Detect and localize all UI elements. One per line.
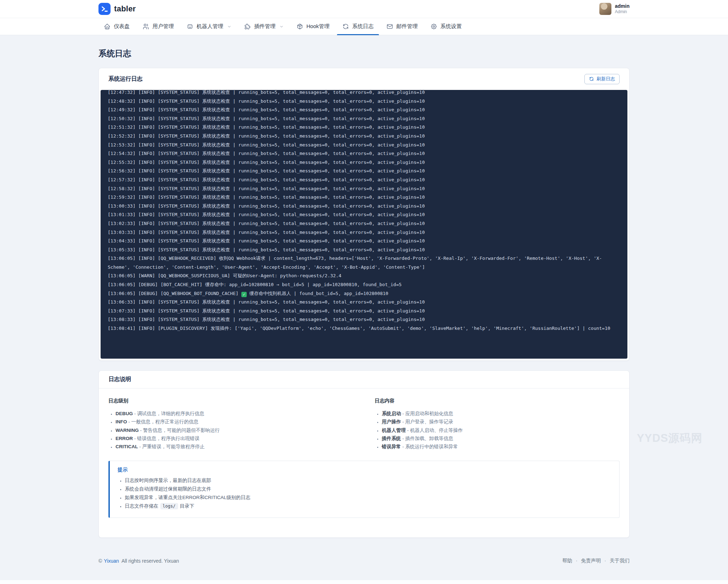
log-line: [12:54:32] [INFO] [SYSTEM_STATUS] 系统状态检查…: [108, 149, 620, 158]
nav-item-home[interactable]: 仪表盘: [98, 18, 135, 35]
watermark: YYDS源码网: [637, 431, 702, 446]
footer-links: 帮助·免责声明·关于我们: [562, 558, 630, 564]
mail-icon: [386, 23, 393, 30]
nav-item-users[interactable]: 用户管理: [137, 18, 179, 35]
users-icon: [143, 23, 149, 30]
log-line: [13:01:33] [INFO] [SYSTEM_STATUS] 系统状态检查…: [108, 210, 620, 219]
nav-item-refresh[interactable]: 系统日志: [337, 18, 379, 35]
copyright: ©Yixuan All rights reserved. Yixuan: [98, 558, 179, 564]
list-item: DEBUG - 调试信息，详细的程序执行信息: [116, 409, 353, 418]
list-item: 系统启动 - 应用启动和初始化信息: [382, 409, 620, 418]
page-title: 系统日志: [98, 48, 630, 59]
log-line: [13:02:33] [INFO] [SYSTEM_STATUS] 系统状态检查…: [108, 219, 620, 228]
nav-item-gear[interactable]: 系统设置: [425, 18, 467, 35]
log-line: [13:05:33] [INFO] [SYSTEM_STATUS] 系统状态检查…: [108, 246, 620, 255]
package-icon: [296, 23, 303, 30]
nav-item-label: 邮件管理: [396, 23, 418, 30]
list-item: ERROR - 错误信息，程序执行出现错误: [116, 434, 353, 443]
log-line: [13:00:33] [INFO] [SYSTEM_STATUS] 系统状态检查…: [108, 202, 620, 211]
log-output[interactable]: [12:47:32] [INFO] [SYSTEM_STATUS] 系统状态检查…: [101, 90, 627, 359]
log-line: [13:06:05] [DEBUG] [QQ_WEBHOOK_BOT_FOUND…: [108, 289, 620, 298]
footer-link-separator: ·: [604, 558, 606, 563]
tip-item: 日志按时间倒序显示，最新的日志在底部: [125, 476, 611, 485]
refresh-logs-button[interactable]: 刷新日志: [584, 74, 620, 84]
log-line: [12:55:32] [INFO] [SYSTEM_STATUS] 系统状态检查…: [108, 158, 620, 167]
refresh-icon: [342, 23, 349, 30]
log-contents-section: 日志内容 系统启动 - 应用启动和初始化信息用户操作 - 用户登录、操作等记录机…: [375, 398, 620, 451]
footer-link[interactable]: 帮助: [562, 558, 572, 563]
log-line: [13:04:33] [INFO] [SYSTEM_STATUS] 系统状态检查…: [108, 237, 620, 246]
bottom-strip: [0, 580, 728, 584]
log-line: [13:06:33] [INFO] [SYSTEM_STATUS] 系统状态检查…: [108, 298, 620, 307]
nav-item-label: 仪表盘: [114, 23, 130, 30]
brand-name: tabler: [114, 4, 136, 14]
log-levels-list: DEBUG - 调试信息，详细的程序执行信息INFO - 一般信息，程序正常运行…: [108, 409, 353, 451]
log-line: [13:07:33] [INFO] [SYSTEM_STATUS] 系统状态检查…: [108, 307, 620, 316]
log-line: [13:06:05] [INFO] [QQ_WEBHOOK_RECEIVED] …: [108, 254, 620, 272]
list-item: 用户操作 - 用户登录、操作等记录: [382, 418, 620, 426]
user-menu[interactable]: admin Admin: [599, 3, 630, 15]
user-role: Admin: [615, 9, 630, 15]
code-chip: logs/: [160, 503, 178, 509]
main-nav: 仪表盘用户管理机器人管理插件管理Hook管理系统日志邮件管理系统设置: [0, 18, 728, 35]
log-line: [13:03:33] [INFO] [SYSTEM_STATUS] 系统状态检查…: [108, 228, 620, 237]
refresh-icon: [589, 76, 594, 81]
brand[interactable]: tabler: [98, 3, 136, 15]
tip-item: 系统会自动清理超过保留期限的日志文件: [125, 485, 611, 493]
tip-list: 日志按时间倒序显示，最新的日志在底部系统会自动清理超过保留期限的日志文件如果发现…: [118, 476, 611, 510]
log-contents-heading: 日志内容: [375, 398, 620, 404]
nav-item-label: 用户管理: [152, 23, 174, 30]
log-levels-section: 日志级别 DEBUG - 调试信息，详细的程序执行信息INFO - 一般信息，程…: [108, 398, 353, 451]
log-info-card: 日志说明 日志级别 DEBUG - 调试信息，详细的程序执行信息INFO - 一…: [98, 370, 630, 538]
chevron-down-icon: [279, 25, 284, 29]
log-line: [12:47:32] [INFO] [SYSTEM_STATUS] 系统状态检查…: [108, 90, 620, 97]
topbar: tabler admin Admin: [0, 0, 728, 18]
check-icon: ✓: [241, 292, 247, 297]
tip-item: 日志文件存储在logs/目录下: [125, 502, 611, 510]
nav-item-mail[interactable]: 邮件管理: [381, 18, 423, 35]
footer-brand-link[interactable]: Yixuan: [104, 558, 119, 564]
chevron-down-icon: [227, 25, 231, 29]
footer: ©Yixuan All rights reserved. Yixuan 帮助·免…: [98, 558, 630, 571]
nav-item-label: Hook管理: [306, 23, 330, 30]
list-item: 错误异常 - 系统运行中的错误和异常: [382, 443, 620, 451]
log-line: [12:48:32] [INFO] [SYSTEM_STATUS] 系统状态检查…: [108, 97, 620, 106]
nav-item-label: 系统设置: [440, 23, 462, 30]
avatar: [599, 3, 611, 15]
log-line: [13:08:33] [INFO] [SYSTEM_STATUS] 系统状态检查…: [108, 315, 620, 324]
footer-link[interactable]: 免责声明: [581, 558, 601, 563]
log-line: [13:06:05] [DEBUG] [BOT_CACHE_HIT] 缓存命中:…: [108, 280, 620, 289]
tip-box: 提示 日志按时间倒序显示，最新的日志在底部系统会自动清理超过保留期限的日志文件如…: [108, 461, 620, 518]
user-name: admin: [615, 3, 630, 10]
gear-icon: [430, 23, 437, 30]
log-line: [13:08:41] [INFO] [PLUGIN_DISCOVERY] 发现插…: [108, 324, 620, 333]
info-card-title: 日志说明: [108, 376, 131, 383]
home-icon: [104, 23, 111, 30]
log-line: [12:53:32] [INFO] [SYSTEM_STATUS] 系统状态检查…: [108, 141, 620, 150]
footer-link[interactable]: 关于我们: [610, 558, 630, 563]
nav-item-label: 机器人管理: [197, 23, 223, 30]
nav-item-label: 插件管理: [254, 23, 275, 30]
log-line: [13:06:05] [WARN] [QQ_WEBHOOK_SUSPICIOUS…: [108, 272, 620, 280]
nav-item-puzzle[interactable]: 插件管理: [239, 18, 289, 35]
copyright-suffix: All rights reserved. Yixuan: [121, 558, 179, 564]
robot-icon: [187, 23, 193, 30]
log-card: 系统运行日志 刷新日志 [12:47:32] [INFO] [SYSTEM_ST…: [98, 68, 630, 361]
log-line: [12:52:32] [INFO] [SYSTEM_STATUS] 系统状态检查…: [108, 132, 620, 141]
list-item: INFO - 一般信息，程序正常运行的信息: [116, 418, 353, 426]
page-content: 系统日志 系统运行日志 刷新日志 [12:47:32] [INFO] [SYST…: [98, 48, 630, 571]
list-item: WARNING - 警告信息，可能的问题但不影响运行: [116, 426, 353, 434]
log-line: [12:58:32] [INFO] [SYSTEM_STATUS] 系统状态检查…: [108, 184, 620, 193]
nav-item-robot[interactable]: 机器人管理: [181, 18, 237, 35]
list-item: CRITICAL - 严重错误，可能导致程序停止: [116, 443, 353, 451]
tip-title: 提示: [118, 467, 611, 473]
tip-item: 如果发现异常，请重点关注ERROR和CRITICAL级别的日志: [125, 493, 611, 502]
refresh-button-label: 刷新日志: [596, 76, 615, 82]
nav-item-package[interactable]: Hook管理: [291, 18, 335, 35]
list-item: 机器人管理 - 机器人启动、停止等操作: [382, 426, 620, 434]
log-line: [12:51:32] [INFO] [SYSTEM_STATUS] 系统状态检查…: [108, 123, 620, 132]
puzzle-icon: [244, 23, 251, 30]
log-contents-list: 系统启动 - 应用启动和初始化信息用户操作 - 用户登录、操作等记录机器人管理 …: [375, 409, 620, 451]
log-line: [12:59:32] [INFO] [SYSTEM_STATUS] 系统状态检查…: [108, 193, 620, 202]
nav-item-label: 系统日志: [352, 23, 374, 30]
